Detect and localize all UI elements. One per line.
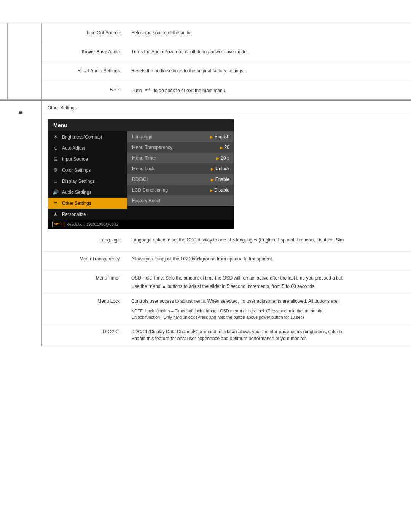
other-settings-icon: ≡ [18, 108, 23, 117]
lock-right-label: Menu Lock [132, 166, 211, 171]
color-settings-icon: ⚙ [52, 167, 59, 173]
input-source-label: Input Source [62, 157, 123, 162]
display-settings-label: Display Settings [62, 179, 123, 184]
audio-label-line-out: Line Out Source [42, 30, 126, 35]
osd-resolution: Resolution: 1920x1080@60Hz [67, 222, 118, 227]
factory-reset-label: Factory Reset [132, 198, 229, 203]
timer-right-label: Menu Timer [132, 155, 216, 161]
detail-desc-language: Language option to set the OSD display t… [126, 236, 411, 243]
other-settings-menu-label: Other Settings [62, 201, 123, 206]
brightness-icon: ☀ [52, 134, 59, 140]
left-bars [0, 23, 42, 99]
osd-item-audio-settings[interactable]: 🔊 Audio Settings [48, 187, 127, 198]
audio-row-reset: Reset Audio Settings Resets the audio se… [42, 61, 411, 80]
timer-desc-line1: OSD Hold Time: Sets the amount of time t… [131, 275, 405, 281]
timer-desc-line2: Use the ▼and ▲ buttons to adjust the sli… [131, 283, 405, 290]
language-val-text: English [215, 134, 229, 139]
other-settings-header: Other Settings [42, 101, 411, 115]
detail-row-transparency: Menu Transparency Allows you to adjust t… [42, 252, 411, 271]
osd-item-display-settings[interactable]: □ Display Settings [48, 176, 127, 187]
detail-desc-lock: Controls user access to adjustments. Whe… [126, 298, 411, 320]
osd-right-factory-reset[interactable]: Factory Reset [127, 195, 234, 206]
osd-right-timer[interactable]: Menu Timer ▶ 20 s [127, 153, 234, 163]
auto-adjust-icon: ⊙ [52, 145, 59, 151]
osd-item-input-source[interactable]: ⊟ Input Source [48, 153, 127, 165]
detail-desc-transparency: Allows you to adjust the OSD background … [126, 256, 411, 262]
osd-item-color-settings[interactable]: ⚙ Color Settings [48, 165, 127, 176]
detail-row-lock: Menu Lock Controls user access to adjust… [42, 294, 411, 324]
detail-desc-timer: OSD Hold Time: Sets the amount of time t… [126, 275, 411, 290]
bar1 [0, 23, 8, 99]
detail-label-timer: Menu Timer [42, 275, 126, 281]
bar2 [8, 23, 15, 99]
lcd-value: ▶ Disable [210, 187, 229, 193]
lcd-val-text: Disable [214, 187, 229, 193]
osd-right-lcd[interactable]: LCD Conditioning ▶ Disable [127, 185, 234, 195]
osd-body: ☀ Brightness/Contrast ⊙ Auto Adjust ⊟ In… [48, 131, 234, 220]
other-content: Other Settings Menu ☀ Brightness/Contras… [42, 101, 411, 346]
detail-label-lock: Menu Lock [42, 298, 126, 304]
lock-val-text: Unlock [215, 166, 229, 171]
osd-right-transparency[interactable]: Menu Transparency ▶ 20 [127, 142, 234, 153]
auto-adjust-label: Auto Adjust [62, 145, 123, 151]
audio-desc-power-save: Turns the Audio Power on or off during p… [126, 45, 411, 58]
audio-row-line-out: Line Out Source Select the source of the… [42, 23, 411, 42]
timer-arrow: ▶ [216, 156, 219, 160]
language-arrow: ▶ [210, 135, 213, 139]
personalize-label: Personalize [62, 212, 123, 217]
osd-right-ddc[interactable]: DDC/CI ▶ Enable [127, 174, 234, 185]
lock-value: ▶ Unlock [211, 166, 229, 171]
detail-desc-ddc: DDC/CI (Display Data Channel/Command Int… [126, 328, 411, 342]
timer-val-text: 20 s [221, 155, 229, 161]
detail-label-ddc: DDC/ CI [42, 328, 126, 334]
osd-left-menu: ☀ Brightness/Contrast ⊙ Auto Adjust ⊟ In… [48, 131, 127, 220]
osd-item-auto-adjust[interactable]: ⊙ Auto Adjust [48, 142, 127, 153]
audio-label-back: Back [42, 87, 126, 93]
power-save-bold: Power Save [81, 49, 107, 54]
osd-footer: DELL Resolution: 1920x1080@60Hz [48, 220, 234, 229]
audio-section: Line Out Source Select the source of the… [0, 23, 411, 100]
audio-desc-reset: Resets the audio settings to the origina… [126, 64, 411, 77]
brightness-label: Brightness/Contrast [62, 134, 123, 140]
lcd-right-label: LCD Conditioning [132, 187, 210, 193]
audio-row-back: Back Push ↩ to go back to or exit the ma… [42, 80, 411, 99]
audio-settings-icon: 🔊 [52, 189, 59, 195]
detail-label-transparency: Menu Transparency [42, 256, 126, 262]
osd-item-personalize[interactable]: ★ Personalize [48, 209, 127, 220]
audio-settings-label: Audio Settings [62, 190, 123, 195]
other-settings-section: ≡ Other Settings Menu ☀ Brightness/Contr… [0, 100, 411, 346]
detail-row-ddc: DDC/ CI DDC/CI (Display Data Channel/Com… [42, 324, 411, 346]
icon-column: ≡ [0, 101, 42, 346]
back-arrow-icon: ↩ [145, 86, 151, 94]
osd-right-language[interactable]: Language ▶ English [127, 131, 234, 142]
audio-label-reset: Reset Audio Settings [42, 68, 126, 73]
timer-value: ▶ 20 s [216, 155, 229, 161]
personalize-icon: ★ [52, 211, 59, 217]
osd-menu: Menu ☀ Brightness/Contrast ⊙ Auto Adjust [48, 119, 234, 229]
lcd-arrow: ▶ [210, 188, 213, 192]
color-settings-label: Color Settings [62, 168, 123, 173]
transparency-right-label: Menu Transparency [132, 145, 220, 150]
audio-content: Line Out Source Select the source of the… [42, 23, 411, 99]
ddc-right-label: DDC/CI [132, 177, 211, 182]
osd-item-other-settings[interactable]: ≡ Other Settings [48, 198, 127, 209]
page-container: Line Out Source Select the source of the… [0, 0, 411, 369]
audio-desc-back: Push ↩ to go back to or exit the main me… [126, 82, 411, 98]
osd-title: Menu [48, 119, 234, 131]
audio-label-power-save: Power Save Audio [42, 49, 126, 54]
ddc-val-text: Enable [215, 177, 229, 182]
transparency-value: ▶ 20 [220, 145, 229, 150]
detail-label-language: Language [42, 236, 126, 243]
detail-row-timer: Menu Timer OSD Hold Time: Sets the amoun… [42, 271, 411, 294]
language-value: ▶ English [210, 134, 229, 139]
osd-item-brightness[interactable]: ☀ Brightness/Contrast [48, 131, 127, 142]
detail-row-language: Language Language option to set the OSD … [42, 233, 411, 252]
audio-row-power-save: Power Save Audio Turns the Audio Power o… [42, 42, 411, 61]
other-settings-menu-icon: ≡ [52, 200, 59, 206]
lock-desc-main: Controls user access to adjustments. Whe… [131, 298, 405, 305]
osd-right-lock[interactable]: Menu Lock ▶ Unlock [127, 163, 234, 174]
display-settings-icon: □ [52, 178, 59, 184]
input-source-icon: ⊟ [52, 156, 59, 162]
osd-right-menu: Language ▶ English Menu Transparency ▶ 2… [127, 131, 234, 220]
ddc-value: ▶ Enable [211, 177, 229, 182]
